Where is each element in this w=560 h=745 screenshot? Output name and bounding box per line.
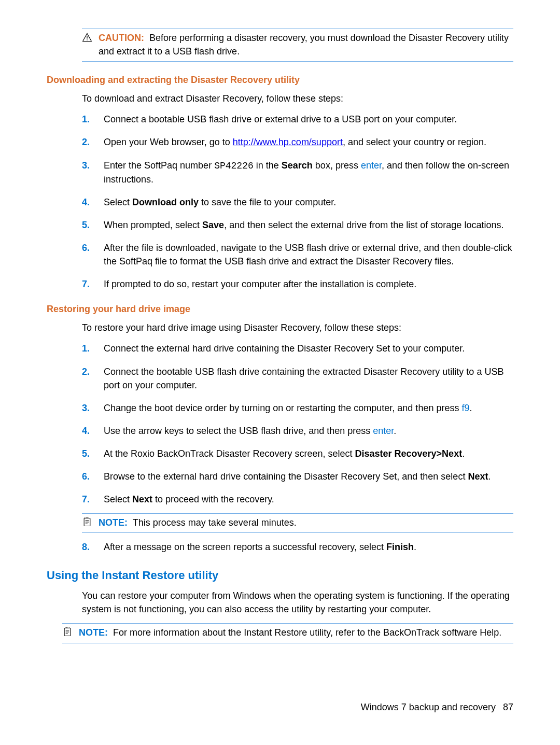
key-enter: enter — [361, 160, 382, 171]
list-item: 8.After a message on the screen reports … — [82, 540, 513, 554]
step-number: 5. — [82, 447, 94, 460]
heading-instant-restore: Using the Instant Restore utility — [47, 567, 513, 584]
step-number: 1. — [82, 113, 94, 126]
intro-restore: To restore your hard drive image using D… — [82, 321, 513, 334]
step-body: Select Download only to save the file to… — [104, 195, 513, 209]
list-item: 1.Connect a bootable USB flash drive or … — [82, 113, 513, 126]
key-f9: f9 — [461, 403, 469, 413]
list-item: 7.Select Next to proceed with the recove… — [82, 493, 513, 506]
heading-download-extract: Downloading and extracting the Disaster … — [47, 73, 513, 87]
list-item: 3.Change the boot device order by turnin… — [82, 401, 513, 415]
caution-callout: CAUTION: Before performing a disaster re… — [82, 29, 513, 62]
intro-instant-restore: You can restore your computer from Windo… — [82, 589, 513, 616]
step-body: Browse to the external hard drive contai… — [104, 470, 513, 483]
step-number: 1. — [82, 342, 94, 355]
note-callout: NOTE: For more information about the Ins… — [62, 623, 513, 643]
caution-label: CAUTION: — [99, 33, 144, 43]
list-item: 2.Connect the bootable USB flash drive c… — [82, 365, 513, 392]
footer-text: Windows 7 backup and recovery — [361, 702, 496, 712]
step-body: Connect the external hard drive containi… — [104, 342, 513, 355]
step-body: When prompted, select Save, and then sel… — [104, 218, 513, 232]
steps-download: 1.Connect a bootable USB flash drive or … — [82, 113, 513, 291]
step-number: 7. — [82, 493, 94, 506]
softpaq-code: SP42226 — [214, 161, 254, 171]
step-number: 4. — [82, 195, 94, 209]
list-item: 5.At the Roxio BackOnTrack Disaster Reco… — [82, 447, 513, 460]
key-enter: enter — [373, 426, 394, 436]
page-number: 87 — [503, 702, 513, 712]
list-item: 5.When prompted, select Save, and then s… — [82, 218, 513, 232]
steps-restore: 1.Connect the external hard drive contai… — [82, 342, 513, 506]
note-text: NOTE: For more information about the Ins… — [79, 626, 513, 639]
step-number: 7. — [82, 277, 94, 291]
step-number: 2. — [82, 135, 94, 149]
list-item: 7.If prompted to do so, restart your com… — [82, 277, 513, 291]
list-item: 4.Use the arrow keys to select the USB f… — [82, 424, 513, 438]
step-body: Enter the SoftPaq number SP42226 in the … — [104, 159, 513, 186]
list-item: 3.Enter the SoftPaq number SP42226 in th… — [82, 159, 513, 186]
step-body: Open your Web browser, go to http://www.… — [104, 135, 513, 149]
caution-body: Before performing a disaster recovery, y… — [99, 33, 509, 57]
svg-point-1 — [87, 39, 88, 40]
step-number: 6. — [82, 470, 94, 483]
step-number: 2. — [82, 365, 94, 378]
note-text: NOTE: This process may take several minu… — [99, 516, 513, 529]
steps-restore-cont: 8.After a message on the screen reports … — [82, 540, 513, 554]
page-content: CAUTION: Before performing a disaster re… — [47, 29, 513, 643]
caution-text: CAUTION: Before performing a disaster re… — [99, 31, 513, 58]
intro-download: To download and extract Disaster Recover… — [82, 92, 513, 105]
step-number: 3. — [82, 401, 94, 415]
step-body: If prompted to do so, restart your compu… — [104, 277, 513, 291]
note-icon — [62, 627, 73, 637]
list-item: 1.Connect the external hard drive contai… — [82, 342, 513, 355]
heading-restore-image: Restoring your hard drive image — [47, 302, 513, 316]
support-link[interactable]: http://www.hp.com/support — [233, 137, 343, 147]
step-number: 6. — [82, 241, 94, 255]
list-item: 2.Open your Web browser, go to http://ww… — [82, 135, 513, 149]
step-body: At the Roxio BackOnTrack Disaster Recove… — [104, 447, 513, 460]
note-body: For more information about the Instant R… — [113, 627, 501, 638]
step-number: 5. — [82, 218, 94, 232]
step-body: Connect a bootable USB flash drive or ex… — [104, 113, 513, 126]
step-body: After the file is downloaded, navigate t… — [104, 241, 513, 268]
note-body: This process may take several minutes. — [133, 517, 297, 528]
note-label: NOTE: — [79, 627, 108, 638]
list-item: 6.After the file is downloaded, navigate… — [82, 241, 513, 268]
step-body: Change the boot device order by turning … — [104, 401, 513, 415]
step-body: After a message on the screen reports a … — [104, 540, 513, 554]
caution-icon — [82, 32, 92, 43]
list-item: 4.Select Download only to save the file … — [82, 195, 513, 209]
list-item: 6.Browse to the external hard drive cont… — [82, 470, 513, 483]
step-number: 8. — [82, 540, 94, 554]
step-body: Connect the bootable USB flash drive con… — [104, 365, 513, 392]
step-number: 3. — [82, 159, 94, 172]
note-callout: NOTE: This process may take several minu… — [82, 513, 513, 533]
step-body: Select Next to proceed with the recovery… — [104, 493, 513, 506]
note-icon — [82, 517, 92, 527]
step-number: 4. — [82, 424, 94, 438]
note-label: NOTE: — [99, 517, 128, 528]
step-body: Use the arrow keys to select the USB fla… — [104, 424, 513, 438]
page-footer: Windows 7 backup and recovery87 — [361, 700, 513, 714]
